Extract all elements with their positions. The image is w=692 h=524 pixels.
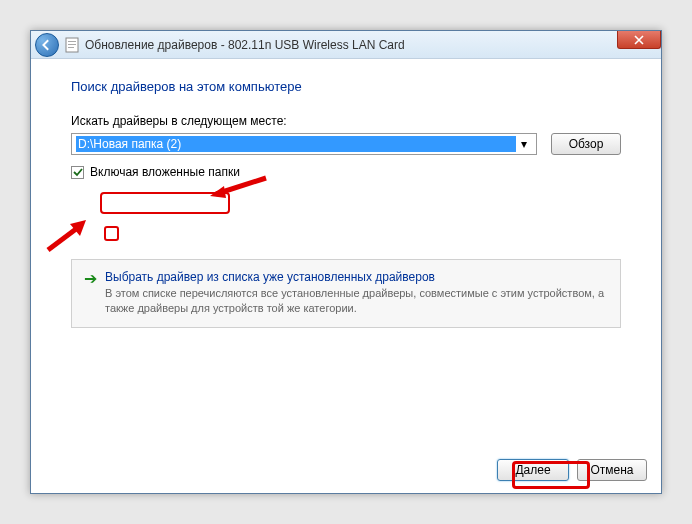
next-button[interactable]: Далее xyxy=(497,459,569,481)
svg-rect-1 xyxy=(68,41,76,42)
footer-buttons: Далее Отмена xyxy=(497,459,647,481)
dialog-window: Обновление драйверов - 802.11n USB Wirel… xyxy=(30,30,662,494)
path-row: D:\Новая папка (2) ▾ Обзор xyxy=(71,133,621,155)
content-area: Поиск драйверов на этом компьютере Искат… xyxy=(31,59,661,493)
checkmark-icon xyxy=(73,167,83,177)
include-subfolders-label: Включая вложенные папки xyxy=(90,165,240,179)
path-label: Искать драйверы в следующем месте: xyxy=(71,114,621,128)
path-combobox[interactable]: D:\Новая папка (2) ▾ xyxy=(71,133,537,155)
info-text: Выбрать драйвер из списка уже установлен… xyxy=(105,270,608,317)
svg-rect-2 xyxy=(68,44,76,45)
back-button[interactable] xyxy=(35,33,59,57)
path-value: D:\Новая папка (2) xyxy=(76,136,516,152)
pick-from-list-option[interactable]: ➔ Выбрать драйвер из списка уже установл… xyxy=(71,259,621,328)
svg-rect-3 xyxy=(68,47,74,48)
close-icon xyxy=(634,35,644,45)
arrow-right-icon: ➔ xyxy=(84,271,97,317)
page-heading: Поиск драйверов на этом компьютере xyxy=(71,79,621,94)
cancel-button[interactable]: Отмена xyxy=(577,459,647,481)
info-title: Выбрать драйвер из списка уже установлен… xyxy=(105,270,608,284)
titlebar: Обновление драйверов - 802.11n USB Wirel… xyxy=(31,31,661,59)
chevron-down-icon[interactable]: ▾ xyxy=(516,137,532,151)
file-icon xyxy=(65,37,79,53)
browse-button[interactable]: Обзор xyxy=(551,133,621,155)
close-button[interactable] xyxy=(617,31,661,49)
info-desc: В этом списке перечисляются все установл… xyxy=(105,286,608,317)
include-subfolders-checkbox[interactable] xyxy=(71,166,84,179)
include-subfolders-row: Включая вложенные папки xyxy=(71,165,621,179)
window-title: Обновление драйверов - 802.11n USB Wirel… xyxy=(85,38,405,52)
back-arrow-icon xyxy=(41,39,53,51)
